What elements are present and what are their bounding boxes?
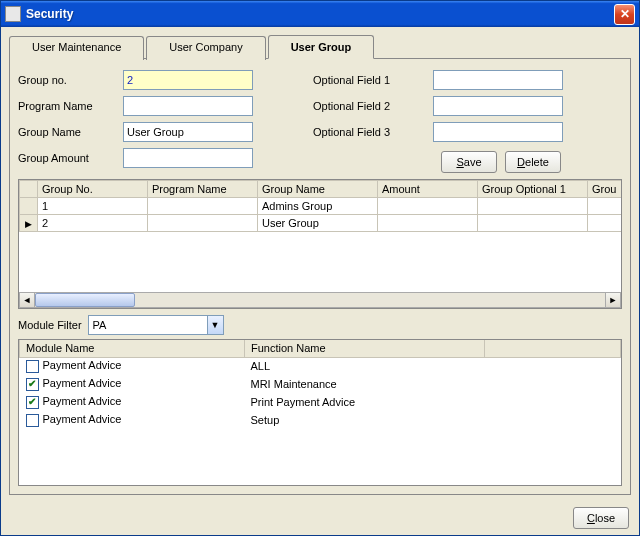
table-cell[interactable]	[478, 198, 588, 215]
col-group-name[interactable]: Group Name	[258, 181, 378, 198]
module-filter-input[interactable]	[89, 316, 207, 334]
module-name: Payment Advice	[43, 377, 122, 389]
scroll-track[interactable]	[35, 292, 605, 308]
table-cell[interactable]	[148, 215, 258, 232]
table-cell[interactable]: 1	[38, 198, 148, 215]
col-amount[interactable]: Amount	[378, 181, 478, 198]
col-module-name[interactable]: Module Name	[20, 340, 245, 357]
group-amount-input[interactable]	[123, 148, 253, 168]
checkbox[interactable]	[26, 360, 39, 373]
delete-button[interactable]: Delete	[505, 151, 561, 173]
titlebar: Security ✕	[1, 1, 639, 27]
label-group-amount: Group Amount	[18, 152, 123, 164]
form-button-row: Save Delete	[313, 151, 563, 173]
opt3-input[interactable]	[433, 122, 563, 142]
group-table: Group No. Program Name Group Name Amount…	[19, 180, 622, 232]
col-group-no[interactable]: Group No.	[38, 181, 148, 198]
module-name: Payment Advice	[43, 413, 122, 425]
form-area: Group no. Program Name Group Name Group …	[18, 69, 622, 173]
label-group-no: Group no.	[18, 74, 123, 86]
checkbox[interactable]	[26, 414, 39, 427]
col-function-name[interactable]: Function Name	[245, 340, 485, 357]
label-opt3: Optional Field 3	[313, 126, 433, 138]
function-name: MRI Maintenance	[245, 375, 485, 393]
group-grid: Group No. Program Name Group Name Amount…	[18, 179, 622, 309]
function-name: ALL	[245, 357, 485, 375]
tab-strip: User Maintenance User Company User Group	[9, 35, 631, 59]
list-item[interactable]: Payment AdvicePrint Payment Advice	[20, 393, 621, 411]
row-header[interactable]	[20, 215, 38, 232]
function-panel: Module Name Function Name Payment Advice…	[18, 339, 622, 486]
row-header[interactable]	[20, 198, 38, 215]
table-row[interactable]: 2User Group	[20, 215, 623, 232]
group-table-header: Group No. Program Name Group Name Amount…	[20, 181, 623, 198]
table-cell[interactable]: Admins Group	[258, 198, 378, 215]
table-cell[interactable]	[378, 198, 478, 215]
blank-cell	[485, 411, 621, 429]
content-area: User Maintenance User Company User Group…	[1, 27, 639, 501]
module-filter-label: Module Filter	[18, 319, 82, 331]
blank-cell	[485, 393, 621, 411]
tab-panel-user-group: Group no. Program Name Group Name Group …	[9, 58, 631, 495]
module-name: Payment Advice	[43, 359, 122, 371]
chevron-down-icon[interactable]: ▼	[207, 316, 223, 334]
blank-cell	[485, 357, 621, 375]
tab-user-company[interactable]: User Company	[146, 36, 265, 60]
module-cell: Payment Advice	[20, 357, 245, 375]
module-cell: Payment Advice	[20, 393, 245, 411]
grid-h-scrollbar[interactable]: ◄ ►	[19, 292, 621, 308]
scroll-thumb[interactable]	[35, 293, 135, 307]
app-icon	[5, 6, 21, 22]
checkbox[interactable]	[26, 378, 39, 391]
label-opt2: Optional Field 2	[313, 100, 433, 112]
table-cell[interactable]: User Group	[258, 215, 378, 232]
scroll-left-icon[interactable]: ◄	[19, 292, 35, 308]
close-icon[interactable]: ✕	[614, 4, 635, 25]
opt2-input[interactable]	[433, 96, 563, 116]
opt1-input[interactable]	[433, 70, 563, 90]
row-header-blank	[20, 181, 38, 198]
label-opt1: Optional Field 1	[313, 74, 433, 86]
label-program-name: Program Name	[18, 100, 123, 112]
checkbox[interactable]	[26, 396, 39, 409]
program-name-input[interactable]	[123, 96, 253, 116]
tab-user-group[interactable]: User Group	[268, 35, 375, 59]
list-item[interactable]: Payment AdviceALL	[20, 357, 621, 375]
table-cell[interactable]	[588, 198, 623, 215]
function-table-header: Module Name Function Name	[20, 340, 621, 357]
function-table: Module Name Function Name Payment Advice…	[19, 340, 621, 429]
module-cell: Payment Advice	[20, 411, 245, 429]
list-item[interactable]: Payment AdviceMRI Maintenance	[20, 375, 621, 393]
table-cell[interactable]	[148, 198, 258, 215]
security-window: Security ✕ User Maintenance User Company…	[0, 0, 640, 536]
form-col-right: Optional Field 1 Optional Field 2 Option…	[313, 69, 563, 173]
table-cell[interactable]: 2	[38, 215, 148, 232]
blank-cell	[485, 375, 621, 393]
table-cell[interactable]	[588, 215, 623, 232]
scroll-right-icon[interactable]: ►	[605, 292, 621, 308]
table-cell[interactable]	[378, 215, 478, 232]
function-name: Setup	[245, 411, 485, 429]
function-name: Print Payment Advice	[245, 393, 485, 411]
close-button[interactable]: Close	[573, 507, 629, 529]
module-name: Payment Advice	[43, 395, 122, 407]
module-cell: Payment Advice	[20, 375, 245, 393]
list-item[interactable]: Payment AdviceSetup	[20, 411, 621, 429]
tab-user-maintenance[interactable]: User Maintenance	[9, 36, 144, 60]
module-filter-row: Module Filter ▼	[18, 315, 622, 335]
table-row[interactable]: 1Admins Group	[20, 198, 623, 215]
form-col-left: Group no. Program Name Group Name Group …	[18, 69, 253, 173]
save-button[interactable]: Save	[441, 151, 497, 173]
footer: Close	[1, 501, 639, 535]
table-cell[interactable]	[478, 215, 588, 232]
group-name-input[interactable]	[123, 122, 253, 142]
col-group-opt1[interactable]: Group Optional 1	[478, 181, 588, 198]
label-group-name: Group Name	[18, 126, 123, 138]
module-filter-combo[interactable]: ▼	[88, 315, 224, 335]
window-title: Security	[26, 7, 614, 21]
col-group-opt2[interactable]: Grou	[588, 181, 623, 198]
col-program-name[interactable]: Program Name	[148, 181, 258, 198]
col-blank[interactable]	[485, 340, 621, 357]
group-no-input[interactable]	[123, 70, 253, 90]
